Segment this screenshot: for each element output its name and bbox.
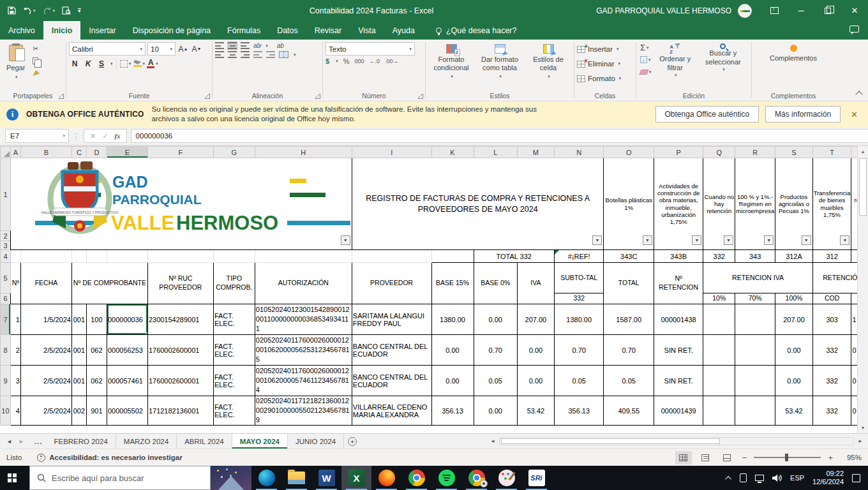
row-header-6[interactable]: 6 (1, 293, 11, 304)
bold-button[interactable]: N (69, 57, 80, 70)
comma-style-button[interactable]: 000 (354, 58, 364, 64)
cell-F4[interactable] (147, 250, 213, 263)
cell-R8[interactable] (735, 335, 775, 366)
font-size-select[interactable]: 10▾ (147, 42, 176, 56)
cell-O8[interactable]: 0.70 (604, 335, 654, 366)
header-cod[interactable]: COD (812, 293, 851, 304)
cell-L8[interactable]: 0.70 (474, 335, 517, 366)
taskbar-firefox[interactable] (371, 466, 401, 490)
tab-archivo[interactable]: Archivo (0, 21, 43, 40)
cell-B10[interactable]: 2/5/2024 (20, 396, 71, 426)
header-iva-100[interactable]: 100% (775, 293, 812, 304)
cell-L9[interactable]: 0.05 (474, 366, 517, 396)
header-base15[interactable]: BASE 15% (431, 263, 474, 304)
header-retencion-iva[interactable]: RETENCION IVA (703, 263, 812, 293)
cell-A7[interactable]: 1 (10, 304, 20, 335)
cell-E8[interactable]: 000056253 (107, 335, 147, 366)
filter-button-logo[interactable]: ▼ (341, 235, 350, 245)
cell-G4[interactable] (213, 250, 255, 263)
insert-function-button[interactable]: fx (114, 132, 120, 140)
cell-E4[interactable] (107, 250, 147, 263)
header-fecha[interactable]: FECHA (20, 263, 71, 304)
zoom-level[interactable]: 95% (840, 454, 862, 461)
filter-button-Q[interactable]: ▼ (724, 235, 733, 245)
cell-category-O1[interactable]: Botellas plásticas 1%▼ (604, 158, 654, 250)
underline-button[interactable]: S (96, 57, 107, 70)
cell-T8[interactable]: 332 (812, 335, 851, 366)
column-header-H[interactable]: H (255, 147, 352, 158)
cell-C4[interactable] (71, 250, 86, 263)
cell-A10[interactable]: 4 (10, 396, 20, 426)
header-total[interactable]: TOTAL (604, 263, 654, 304)
zoom-in-button[interactable]: + (826, 453, 835, 463)
column-header-K[interactable]: K (431, 147, 474, 158)
print-preview-button[interactable] (62, 6, 71, 15)
cell-D7[interactable]: 100 (86, 304, 107, 335)
merge-center-button[interactable] (279, 51, 288, 58)
column-header-G[interactable]: G (213, 147, 255, 158)
cell-P9[interactable]: SIN RET. (654, 366, 703, 396)
zoom-slider[interactable] (754, 457, 821, 458)
horizontal-scrollbar[interactable]: ◄ ► (485, 434, 868, 449)
cell-N8[interactable]: 0.70 (554, 335, 604, 366)
header-subtotal-332[interactable]: 332 (554, 293, 604, 304)
cell-Q7[interactable] (703, 304, 735, 335)
font-name-select[interactable]: Calibri▾ (69, 42, 146, 56)
cell-E7[interactable]: 000000036! (107, 304, 147, 335)
clear-button[interactable]: ▾ (639, 66, 653, 77)
percent-style-button[interactable]: % (343, 57, 350, 65)
minimize-button[interactable]: ─ (788, 0, 814, 21)
cell-styles-button[interactable]: Estilos de celda▾ (525, 42, 571, 82)
accessibility-status[interactable]: Accesibilidad: es necesario investigar (37, 454, 182, 462)
column-header-I[interactable]: I (352, 147, 431, 158)
column-header-A[interactable]: A (10, 147, 20, 158)
normal-view-button[interactable] (675, 451, 692, 464)
cell-total-L4[interactable]: TOTAL 332 (474, 250, 554, 263)
volume-icon[interactable] (772, 474, 782, 482)
cell-Q10[interactable] (703, 396, 735, 426)
insert-cells-button[interactable]: Insertar▾ (577, 43, 633, 56)
cell-B7[interactable]: 1/5/2024 (20, 304, 71, 335)
autosum-button[interactable]: Σ▾ (639, 42, 653, 53)
borders-button[interactable]: ▾ (120, 57, 131, 70)
column-header-T[interactable]: T (812, 147, 851, 158)
tab-revisar[interactable]: Revisar (306, 21, 350, 40)
header-n-retencion[interactable]: Nº RETENCION (654, 263, 703, 304)
weather-widget[interactable] (211, 466, 251, 490)
learn-more-button[interactable]: Más información (765, 106, 841, 122)
cell-I9[interactable]: BANCO CENTRAL DEL ECUADOR (352, 366, 431, 396)
column-header-E[interactable]: E (107, 147, 147, 158)
column-header-P[interactable]: P (654, 147, 703, 158)
cell-C9[interactable]: 001 (71, 366, 86, 396)
header-comprobante[interactable]: Nº DE COMPROBANTE (71, 263, 147, 304)
row-header-7[interactable]: 7 (1, 304, 11, 335)
page-break-view-button[interactable] (719, 451, 735, 464)
cell-category-R1[interactable]: 100 % y 1%.- Regimen en microempresa▼ (735, 158, 775, 250)
cell-P7[interactable]: 000001438 (654, 304, 703, 335)
cell-T9[interactable]: 332 (812, 366, 851, 396)
cell-code-S4[interactable]: 312A (775, 250, 812, 263)
undo-button[interactable]: ▾ (23, 7, 36, 15)
cell-H9[interactable]: 0205202401176000260000120010620000574611… (255, 366, 352, 396)
taskbar-file-explorer[interactable] (281, 466, 311, 490)
fill-button[interactable]: ↓▾ (639, 54, 653, 65)
start-button[interactable] (0, 466, 29, 490)
column-header-C[interactable]: C (71, 147, 86, 158)
sheet-tab-abril[interactable]: ABRIL 2024 (177, 434, 232, 449)
cell-B8[interactable]: 2/5/2024 (20, 335, 71, 366)
zoom-slider-thumb[interactable] (785, 454, 788, 461)
restore-button[interactable] (814, 0, 841, 21)
cell-O10[interactable]: 409.55 (604, 396, 654, 426)
tab-inicio[interactable]: Inicio (43, 21, 81, 40)
increase-indent-icon[interactable] (266, 51, 275, 58)
align-top-icon[interactable] (215, 42, 224, 49)
cell-G9[interactable]: FACT. ELEC. (213, 366, 255, 396)
increase-decimal-button[interactable]: ←.0 (369, 58, 380, 64)
cell-O7[interactable]: 1587.00 (604, 304, 654, 335)
cell-A8[interactable]: 2 (10, 335, 20, 366)
sheet-tab-mayo[interactable]: MAYO 2024 (232, 434, 288, 449)
header-autorizacion[interactable]: AUTORIZACIÓN (255, 263, 352, 304)
cell-G7[interactable]: FACT. ELEC. (213, 304, 255, 335)
sheet-tab-marzo[interactable]: MARZO 2024 (116, 434, 177, 449)
dismiss-warning-button[interactable]: ✕ (847, 110, 862, 119)
